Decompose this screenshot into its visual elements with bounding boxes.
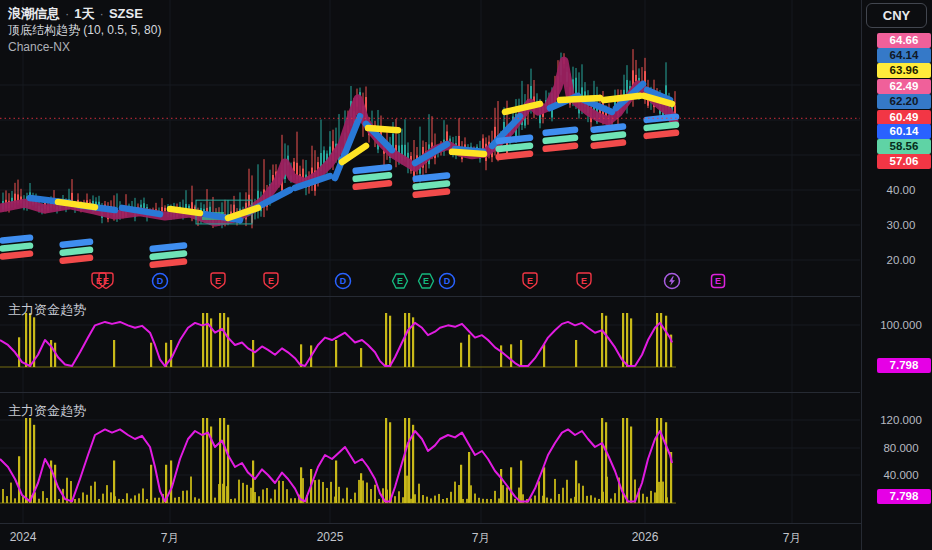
price-axis[interactable]: 64.6664.1463.9662.4962.2060.4960.1458.56… [861, 0, 932, 550]
exchange-label: SZSE [109, 6, 143, 21]
svg-text:E: E [423, 276, 429, 286]
axis-tick: 40.000 [871, 468, 931, 482]
oscillator-badge: 7.798 [877, 489, 931, 504]
axis-tick: 80.000 [871, 441, 931, 455]
separator-dot: · [65, 6, 69, 21]
time-label: 7月 [472, 530, 491, 547]
source-legend[interactable]: Chance-NX [8, 40, 161, 55]
price-badge: 60.14 [877, 124, 931, 139]
panel2-title[interactable]: 主力资金趋势 [8, 301, 86, 319]
axis-tick: 40.00 [871, 183, 931, 197]
interval-label[interactable]: 1天 [74, 6, 94, 21]
svg-text:E: E [268, 276, 274, 286]
svg-text:E: E [715, 276, 721, 286]
price-badge: 64.14 [877, 48, 931, 63]
svg-text:E: E [103, 276, 109, 286]
chart-legend: 浪潮信息·1天·SZSE 顶底结构趋势 (10, 0.5, 5, 80) Cha… [8, 6, 161, 55]
separator-dot: · [100, 6, 104, 21]
svg-text:D: D [157, 276, 164, 286]
marker-badge-e[interactable]: E [264, 273, 278, 288]
price-badge: 62.20 [877, 94, 931, 109]
price-badge: 58.56 [877, 139, 931, 154]
svg-text:D: D [340, 276, 347, 286]
svg-text:D: D [444, 276, 451, 286]
currency-button[interactable]: CNY [866, 3, 927, 28]
marker-badge-d[interactable]: D [153, 274, 168, 289]
marker-badge-bolt[interactable] [665, 274, 680, 289]
price-badge: 57.06 [877, 154, 931, 169]
trading-chart-app: EEDEEDEEDEEE 浪潮信息·1天·SZSE 顶底结构趋势 (10, 0.… [0, 0, 932, 550]
price-badge: 62.49 [877, 79, 931, 94]
marker-badge-e[interactable]: E [523, 273, 537, 288]
time-label: 2025 [317, 530, 344, 544]
oscillator-panel [0, 313, 676, 367]
marker-badge-e[interactable]: E [393, 274, 408, 288]
price-badge: 60.49 [877, 110, 931, 125]
axis-tick: 120.000 [871, 413, 931, 427]
time-axis[interactable]: 20247月20257月20267月 [0, 523, 932, 550]
time-label: 7月 [783, 530, 802, 547]
svg-text:E: E [397, 276, 403, 286]
marker-badge-d[interactable]: D [440, 274, 455, 289]
signal-markers-row: EEDEEDEEDEEE [92, 273, 725, 289]
support-pill-stacks [0, 113, 680, 268]
chart-canvas[interactable]: EEDEEDEEDEEE [0, 0, 860, 523]
marker-badge-e[interactable]: E [211, 273, 225, 288]
axis-tick: 20.00 [871, 253, 931, 267]
svg-text:E: E [581, 276, 587, 286]
marker-badge-e[interactable]: E [712, 275, 725, 288]
svg-text:E: E [215, 276, 221, 286]
legend-title-row: 浪潮信息·1天·SZSE [8, 6, 161, 21]
price-badge: 64.66 [877, 33, 931, 48]
time-label: 7月 [161, 530, 180, 547]
oscillator-panel [0, 418, 676, 503]
gridlines [0, 0, 860, 523]
time-label: 2024 [10, 530, 37, 544]
svg-text:E: E [527, 276, 533, 286]
axis-tick: 30.00 [871, 218, 931, 232]
marker-badge-d[interactable]: D [336, 274, 351, 289]
axis-tick: 100.000 [871, 318, 931, 332]
panel3-title[interactable]: 主力资金趋势 [8, 402, 86, 420]
symbol-name[interactable]: 浪潮信息 [8, 6, 60, 21]
time-label: 2026 [632, 530, 659, 544]
marker-badge-e[interactable]: E [419, 274, 434, 288]
marker-badge-e[interactable]: E [577, 273, 591, 288]
price-badge: 63.96 [877, 63, 931, 78]
indicator-legend[interactable]: 顶底结构趋势 (10, 0.5, 5, 80) [8, 23, 161, 38]
oscillator-badge: 7.798 [877, 358, 931, 373]
